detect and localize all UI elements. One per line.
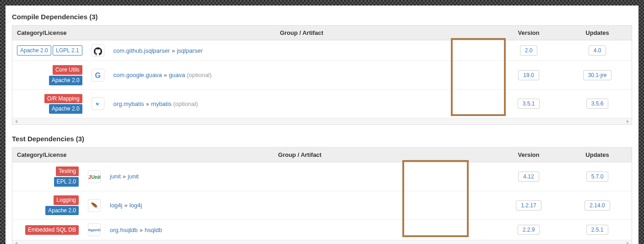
version-button[interactable]: 3.5.1 <box>518 99 540 109</box>
col-group-artifact: Group / Artifact <box>105 148 494 162</box>
category-license-cell: O/R MappingApache 2.0 <box>12 89 87 118</box>
section-title: Test Dependencies (3) <box>12 135 632 143</box>
horizontal-scrollbar[interactable] <box>12 118 632 124</box>
google-icon: G <box>92 69 104 82</box>
icon-cell: 🐦MyBatis <box>87 89 109 118</box>
group-artifact-cell: com.google.guava»guava (optional) <box>109 61 494 90</box>
group-artifact-cell: com.github.jsqlparser»jsqlparser <box>109 40 494 61</box>
license-tag[interactable]: LGPL 2.1 <box>53 45 82 56</box>
table-row: Core UtilsApache 2.0 Gcom.google.guava»g… <box>12 61 632 90</box>
table-row: Embedded SQL DBHyperSQLorg.hsqldb»hsqldb… <box>12 220 632 240</box>
category-tag[interactable]: Embedded SQL DB <box>25 225 79 235</box>
col-category-license: Category/License <box>12 26 109 40</box>
update-button[interactable]: 2.14.0 <box>584 200 610 211</box>
page-content: Compile Dependencies (3)Category/License… <box>5 6 639 244</box>
github-icon <box>92 44 104 57</box>
group-link[interactable]: org.mybatis <box>114 100 144 107</box>
category-license-cell: Core UtilsApache 2.0 <box>12 61 87 90</box>
category-tag[interactable]: Core Utils <box>53 65 82 75</box>
dependency-table: Category/LicenseGroup / ArtifactVersionU… <box>12 26 632 118</box>
group-link[interactable]: junit <box>110 173 121 180</box>
icon-cell <box>87 40 109 61</box>
hsqldb-icon: HyperSQL <box>88 223 101 236</box>
license-tag[interactable]: EPL 2.0 <box>54 177 79 187</box>
update-button[interactable]: 2.5.1 <box>586 225 609 235</box>
group-artifact-cell: org.hsqldb»hsqldb <box>105 220 494 240</box>
table-row: TestingEPL 2.0 JUnitjunit»junit4.125.7.0 <box>12 162 632 191</box>
artifact-link[interactable]: guava <box>169 72 185 78</box>
category-license-cell: TestingEPL 2.0 <box>12 162 83 191</box>
artifact-link[interactable]: jsqlparser <box>177 47 202 54</box>
version-button[interactable]: 2.0 <box>520 45 538 55</box>
icon-cell: HyperSQL <box>83 220 105 240</box>
col-group-artifact: Group / Artifact <box>109 26 494 40</box>
version-button[interactable]: 4.12 <box>518 172 539 182</box>
license-tag[interactable]: Apache 2.0 <box>49 104 82 114</box>
dependency-table-wrap: Category/LicenseGroup / ArtifactVersionU… <box>12 147 632 244</box>
update-cell: 2.14.0 <box>563 191 632 220</box>
license-tag[interactable]: Apache 2.0 <box>45 206 79 216</box>
group-artifact-cell: org.mybatis»mybatis (optional) <box>109 89 494 118</box>
category-tag[interactable]: Testing <box>56 166 79 176</box>
optional-label: (optional) <box>187 72 211 78</box>
dependency-table-wrap: Category/LicenseGroup / ArtifactVersionU… <box>12 25 632 125</box>
separator: » <box>146 100 149 107</box>
icon-cell: 🪶 <box>83 191 105 220</box>
update-cell: 30.1-jre <box>563 61 632 90</box>
category-license-cell: Apache 2.0 LGPL 2.1 <box>12 40 87 61</box>
category-tag[interactable]: O/R Mapping <box>44 94 82 104</box>
separator: » <box>172 47 175 54</box>
version-cell: 3.5.1 <box>494 89 563 118</box>
section-title: Compile Dependencies (3) <box>12 13 632 21</box>
category-license-cell: Embedded SQL DB <box>12 220 83 240</box>
artifact-link[interactable]: log4j <box>130 202 142 209</box>
update-button[interactable]: 3.5.6 <box>586 99 609 109</box>
separator: » <box>164 72 167 78</box>
update-cell: 2.5.1 <box>563 220 632 240</box>
icon-cell: G <box>87 61 109 90</box>
license-tag[interactable]: Apache 2.0 <box>17 45 51 56</box>
update-button[interactable]: 5.7.0 <box>586 172 609 182</box>
update-cell: 4.0 <box>563 40 632 61</box>
col-version: Version <box>494 26 563 40</box>
col-updates: Updates <box>563 148 632 162</box>
artifact-link[interactable]: junit <box>128 173 139 180</box>
license-tag[interactable]: Apache 2.0 <box>49 76 82 85</box>
table-row: LoggingApache 2.0 🪶log4j»log4j1.2.172.14… <box>12 191 632 220</box>
table-row: Apache 2.0 LGPL 2.1 com.github.jsqlparse… <box>12 40 632 61</box>
group-link[interactable]: com.google.guava <box>114 72 162 78</box>
group-link[interactable]: log4j <box>110 202 122 209</box>
mybatis-icon: 🐦MyBatis <box>92 97 104 110</box>
group-link[interactable]: org.hsqldb <box>110 227 138 233</box>
version-button[interactable]: 2.2.9 <box>518 225 540 235</box>
version-cell: 19.0 <box>494 61 563 90</box>
table-row: O/R MappingApache 2.0 🐦MyBatisorg.mybati… <box>12 89 632 118</box>
junit-icon: JUnit <box>88 170 101 183</box>
category-tag[interactable]: Logging <box>54 195 79 205</box>
version-cell: 1.2.17 <box>494 191 563 220</box>
dependency-table: Category/LicenseGroup / ArtifactVersionU… <box>12 148 632 240</box>
log4j-icon: 🪶 <box>88 199 101 212</box>
artifact-link[interactable]: mybatis <box>151 100 172 107</box>
group-link[interactable]: com.github.jsqlparser <box>114 47 170 54</box>
update-button[interactable]: 4.0 <box>589 45 606 55</box>
icon-cell: JUnit <box>83 162 105 191</box>
optional-label: (optional) <box>173 100 198 107</box>
version-cell: 4.12 <box>494 162 563 191</box>
version-cell: 2.2.9 <box>494 220 563 240</box>
separator: » <box>123 173 126 180</box>
group-artifact-cell: log4j»log4j <box>105 191 494 220</box>
col-updates: Updates <box>563 26 632 40</box>
category-license-cell: LoggingApache 2.0 <box>12 191 83 220</box>
group-artifact-cell: junit»junit <box>105 162 494 191</box>
separator: » <box>140 227 143 233</box>
version-cell: 2.0 <box>494 40 563 61</box>
update-cell: 5.7.0 <box>563 162 632 191</box>
version-button[interactable]: 19.0 <box>518 70 539 80</box>
separator: » <box>124 202 127 209</box>
artifact-link[interactable]: hsqldb <box>145 227 162 233</box>
update-button[interactable]: 30.1-jre <box>583 70 612 80</box>
col-category-license: Category/License <box>12 148 105 162</box>
version-button[interactable]: 1.2.17 <box>516 200 541 211</box>
horizontal-scrollbar[interactable] <box>12 240 632 244</box>
